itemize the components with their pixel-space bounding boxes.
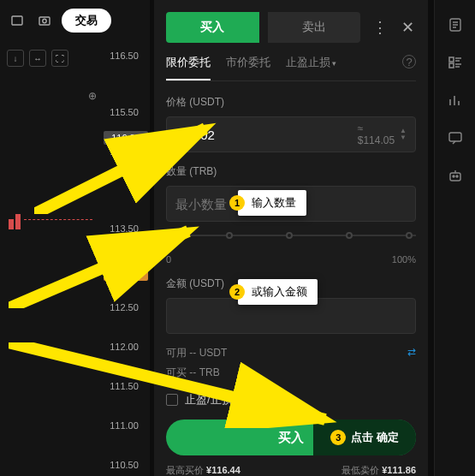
swap-icon[interactable]: ⇄ [407,346,416,360]
price-label: 价格 (USDT) [166,95,416,110]
annotation-1: 1 输入数量 [238,190,306,216]
tab-market[interactable]: 市价委托 [226,55,270,80]
price-stepper[interactable]: ▲▼ [400,128,407,141]
price-tick: 110.50 [98,445,150,476]
svg-rect-4 [449,57,454,62]
price-tick: 112.00 [98,327,150,366]
price-tick: 115.00 [98,132,150,171]
svg-rect-5 [449,63,454,68]
svg-rect-0 [12,16,22,25]
price-input[interactable] [175,128,358,142]
trade-button[interactable]: 交易 [62,9,111,33]
svg-rect-1 [39,17,50,25]
crosshair-icon: ⊕ [88,90,97,102]
price-approx: ≈ $114.05 [358,122,395,146]
price-tick: 113.00 [98,248,150,288]
candlestick-sample [9,214,22,233]
annotation-2: 2 或输入金额 [238,279,318,305]
min-sell-price: 最低卖价 ¥111.86 [341,464,416,476]
right-rail [434,0,475,476]
annotation-badge-1: 1 [229,195,245,211]
qty-slider[interactable] [166,229,416,247]
robot-icon[interactable] [446,166,465,185]
svg-rect-6 [449,133,461,141]
price-dash-line [24,219,92,220]
price-axis: 116.50 116.09 115.50 115.00 114.16 90.30… [98,43,150,476]
price-tick: 111.50 [98,366,150,406]
price-tick: 116.50 [98,43,150,68]
tpsl-label: 止盈/止损 [185,392,233,408]
slider-max: 100% [392,254,416,265]
slider-min: 0 [166,254,171,265]
price-tick: 111.00 [98,406,150,445]
note-icon[interactable] [446,15,465,34]
annotation-text-3: 点击 确定 [351,430,399,445]
max-buy-price: 最高买价 ¥116.44 [166,464,240,476]
annotation-badge-2: 2 [229,284,245,300]
fullscreen-icon[interactable]: ⛶ [51,50,68,67]
amount-input[interactable] [175,309,407,324]
svg-point-9 [456,176,458,177]
price-input-box[interactable]: ≈ $114.05 ▲▼ [166,116,416,152]
qty-label: 数量 (TRB) [166,164,416,179]
help-icon[interactable]: ? [402,55,416,68]
sell-tab[interactable]: 卖出 [268,12,361,43]
buyable-amount: 可买 -- TRB [166,366,220,380]
svg-rect-7 [450,173,460,181]
available-balance: 可用 -- USDT [166,346,227,360]
chart-bars-icon[interactable] [446,91,465,110]
list-icon[interactable] [446,53,465,72]
chat-icon[interactable] [446,128,465,147]
svg-point-2 [43,19,46,22]
annotation-badge-3: 3 [330,430,346,445]
tab-limit[interactable]: 限价委托 [166,55,211,80]
price-tick: 113.50 [98,209,150,248]
kebab-icon[interactable]: ⋮ [369,18,391,37]
tpsl-checkbox[interactable] [166,394,178,406]
tab-tpsl[interactable]: 止盈止损▾ [286,55,336,80]
expand-x-icon[interactable]: ↔ [29,50,46,67]
order-panel: 买入 卖出 ⋮ ✕ 限价委托 市价委托 止盈止损▾ ? 价格 (USDT) ≈ … [154,0,428,476]
window-icon[interactable] [7,10,27,31]
download-icon[interactable]: ↓ [7,50,24,67]
svg-point-8 [453,176,454,177]
close-icon[interactable]: ✕ [400,18,416,37]
price-tick: 112.50 [98,288,150,327]
price-tick: 115.50 [98,92,150,132]
camera-icon[interactable] [34,10,55,31]
chart-area: 交易 ↓ ↔ ⛶ ⊕ 116.50 116.09 115.50 115.00 1… [0,0,150,476]
buy-tab[interactable]: 买入 [166,12,259,43]
confirm-buy-button[interactable]: 买入 3 点击 确定 [166,419,416,455]
